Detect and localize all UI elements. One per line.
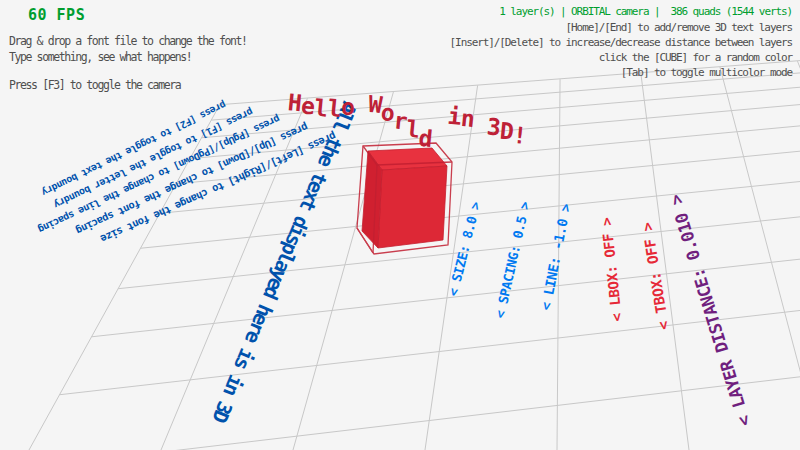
param-spacing-label: < SPACING: 0.5 > xyxy=(492,200,532,320)
param-lbox-label: < LBOX: OFF > xyxy=(598,217,625,322)
help-layer-distance-keys: [Insert]/[Delete] to increase/decrease d… xyxy=(450,36,792,49)
param-layer-distance-label: < LAYER DISTANCE: 0.010 > xyxy=(665,192,755,429)
help-multicolor-mode: [Tab] to toggle multicolor mode xyxy=(621,66,792,79)
hint-drag-drop-font: Drag & drop a font file to change the fo… xyxy=(9,34,247,48)
status-layers-camera-quads: 1 layer(s) | ORBITAL camera | 386 quads … xyxy=(499,5,792,18)
help-click-cube: click the [CUBE] for a random color xyxy=(599,51,792,64)
hint-type-something: Type something, see what happens! xyxy=(9,50,191,64)
cube-front-face[interactable] xyxy=(378,166,447,248)
text3d-demo-window: { "hud": { "fps_label": "60 FPS", "hint_… xyxy=(0,0,800,450)
param-line-label: < LINE: -1.0 > xyxy=(537,202,573,312)
help-add-remove-layers: [Home]/[End] to add/remove 3D text layer… xyxy=(566,21,792,34)
param-size-label: < SIZE: 8.0 > xyxy=(445,200,483,298)
hint-toggle-camera: Press [F3] to toggle the camera xyxy=(9,78,180,92)
red-cube[interactable] xyxy=(357,143,452,254)
fps-counter: 60 FPS xyxy=(28,6,85,24)
